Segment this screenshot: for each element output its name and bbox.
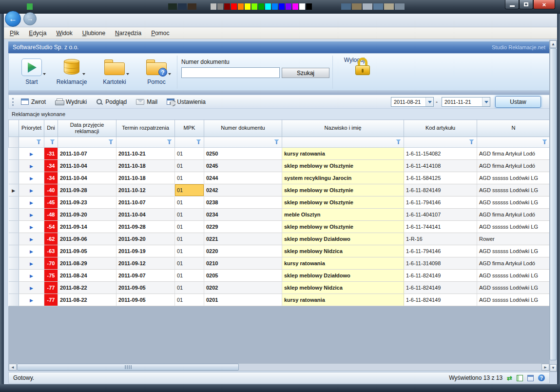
numer-dokumentu-cell[interactable]: 0205 bbox=[204, 270, 282, 282]
data-przyjecia-cell[interactable]: 2011-10-07 bbox=[58, 148, 116, 160]
col-dni[interactable]: Dni bbox=[44, 120, 58, 137]
priority-expand-icon[interactable] bbox=[30, 199, 33, 205]
horizontal-scrollbar[interactable]: ◄ ► bbox=[8, 363, 550, 371]
menu-plik[interactable]: Plik bbox=[5, 28, 24, 38]
dni-cell[interactable]: -75 bbox=[44, 270, 58, 282]
nazwisko-cell[interactable]: system recyklingu Jarocin bbox=[282, 172, 404, 184]
nazwa-cell[interactable]: AGD ssssss Lodówki LG bbox=[477, 245, 550, 257]
priority-expand-icon[interactable] bbox=[30, 175, 33, 181]
dni-cell[interactable]: -48 bbox=[44, 209, 58, 221]
dropdown-arrow-icon[interactable] bbox=[425, 98, 433, 106]
podglad-button[interactable]: Podgląd bbox=[96, 98, 127, 105]
table-row[interactable]: -77 2011-08-22 2011-09-05 01 0201 kursy … bbox=[9, 294, 550, 306]
mpk-cell[interactable]: 01 bbox=[175, 184, 204, 196]
nazwisko-cell[interactable]: sklep meblowy Nidzica bbox=[282, 282, 404, 294]
search-button[interactable]: Szukaj bbox=[282, 68, 329, 78]
termin-cell[interactable]: 2011-10-18 bbox=[116, 172, 175, 184]
filter-icon[interactable] bbox=[36, 139, 41, 144]
menu-pomoc[interactable]: Pomoc bbox=[146, 28, 174, 38]
mpk-cell[interactable]: 01 bbox=[175, 294, 204, 306]
data-przyjecia-cell[interactable]: 2011-10-04 bbox=[58, 160, 116, 172]
nazwa-cell[interactable]: Rower bbox=[477, 233, 550, 245]
priority-cell[interactable] bbox=[19, 172, 44, 184]
kod-artykulu-cell[interactable]: 1-6-11-314098 bbox=[404, 257, 477, 270]
logout-button[interactable]: Wyloguj bbox=[337, 57, 372, 89]
kod-artykulu-cell[interactable]: 1-6-11-794146 bbox=[404, 196, 477, 209]
scroll-down-icon[interactable]: ▼ bbox=[550, 364, 557, 372]
data-przyjecia-cell[interactable]: 2011-08-24 bbox=[58, 270, 116, 282]
close-button[interactable]: × bbox=[533, 0, 555, 9]
nazwisko-cell[interactable]: meble Olsztyn bbox=[282, 209, 404, 221]
table-row[interactable]: -63 2011-09-05 2011-09-19 01 0220 sklep … bbox=[9, 245, 550, 257]
numer-dokumentu-cell[interactable]: 0242 bbox=[204, 184, 282, 196]
table-row[interactable]: -40 2011-09-28 2011-10-12 01 0242 sklep … bbox=[9, 184, 550, 196]
back-button[interactable]: ← bbox=[5, 11, 21, 27]
nazwisko-cell[interactable]: sklep meblowy Działdowo bbox=[282, 270, 404, 282]
zwrot-button[interactable]: Zwrot bbox=[21, 98, 46, 105]
termin-cell[interactable]: 2011-10-04 bbox=[116, 209, 175, 221]
table-row[interactable]: -34 2011-10-04 2011-10-18 01 0244 system… bbox=[9, 172, 550, 184]
numer-dokumentu-cell[interactable]: 0220 bbox=[204, 245, 282, 257]
col-termin[interactable]: Termin rozpatrzenia bbox=[116, 120, 175, 137]
filter-icon[interactable] bbox=[50, 139, 55, 144]
refresh-sync-icon[interactable]: ⇄ bbox=[507, 375, 512, 381]
table-row[interactable]: -34 2011-10-04 2011-10-18 01 0245 sklep … bbox=[9, 160, 550, 172]
nazwisko-cell[interactable]: sklep meblowy w Olsztynie bbox=[282, 196, 404, 209]
termin-cell[interactable]: 2011-10-07 bbox=[116, 196, 175, 209]
numer-dokumentu-cell[interactable]: 0202 bbox=[204, 282, 282, 294]
numer-dokumentu-cell[interactable]: 0234 bbox=[204, 209, 282, 221]
maximize-button[interactable] bbox=[519, 0, 533, 9]
table-row[interactable]: -45 2011-09-23 2011-10-07 01 0238 sklep … bbox=[9, 196, 550, 209]
kod-artykulu-cell[interactable]: 1-6-11-824149 bbox=[404, 282, 477, 294]
pomoc-button[interactable]: ? Pomoc bbox=[137, 57, 175, 89]
nazwa-cell[interactable]: AGD firma Artykuł Lodó bbox=[477, 160, 550, 172]
data-przyjecia-cell[interactable]: 2011-09-14 bbox=[58, 221, 116, 233]
nazwisko-cell[interactable]: sklep meblowy w Olsztynie bbox=[282, 184, 404, 196]
kod-artykulu-cell[interactable]: 1-6-11-794146 bbox=[404, 245, 477, 257]
termin-cell[interactable]: 2011-10-21 bbox=[116, 148, 175, 160]
filter-icon[interactable] bbox=[108, 139, 114, 144]
mpk-cell[interactable]: 01 bbox=[175, 209, 204, 221]
filter-icon[interactable] bbox=[167, 139, 172, 144]
nazwa-cell[interactable]: AGD ssssss Lodówki LG bbox=[477, 282, 550, 294]
priority-expand-icon[interactable] bbox=[30, 212, 33, 217]
table-row[interactable]: -77 2011-08-22 2011-09-05 01 0202 sklep … bbox=[9, 282, 550, 294]
nazwa-cell[interactable]: AGD ssssss Lodówki LG bbox=[477, 184, 550, 196]
grid-export-icon[interactable] bbox=[527, 375, 534, 381]
filter-icon[interactable] bbox=[196, 139, 201, 144]
mpk-cell[interactable]: 01 bbox=[175, 148, 204, 160]
numer-dokumentu-cell[interactable]: 0250 bbox=[204, 148, 282, 160]
data-przyjecia-cell[interactable]: 2011-09-23 bbox=[58, 196, 116, 209]
ustawienia-button[interactable]: Ustawienia bbox=[167, 98, 206, 105]
nazwa-cell[interactable]: AGD firma Artykuł Lodó bbox=[477, 209, 550, 221]
kod-artykulu-cell[interactable]: 1-6-11-584125 bbox=[404, 172, 477, 184]
nazwisko-cell[interactable]: sklep meblowy Działdowo bbox=[282, 233, 404, 245]
kod-artykulu-cell[interactable]: 1-6-11-404107 bbox=[404, 209, 477, 221]
excel-export-icon[interactable] bbox=[517, 375, 523, 381]
col-kod-artykulu[interactable]: Kod artykułu bbox=[404, 120, 477, 137]
priority-expand-icon[interactable] bbox=[30, 248, 33, 254]
menu-narzedzia[interactable]: Narzędzia bbox=[110, 28, 146, 38]
kartoteki-button[interactable]: Kartoteki bbox=[96, 57, 134, 89]
dni-cell[interactable]: -62 bbox=[44, 233, 58, 245]
termin-cell[interactable]: 2011-09-07 bbox=[116, 270, 175, 282]
priority-cell[interactable] bbox=[19, 270, 44, 282]
data-przyjecia-cell[interactable]: 2011-08-22 bbox=[58, 294, 116, 306]
priority-expand-icon[interactable] bbox=[30, 187, 33, 193]
nazwa-cell[interactable]: AGD ssssss Lodówki LG bbox=[477, 294, 550, 306]
nazwisko-cell[interactable]: kursy ratowania bbox=[282, 148, 404, 160]
kod-artykulu-cell[interactable]: 1-6-11-414108 bbox=[404, 160, 477, 172]
data-przyjecia-cell[interactable]: 2011-09-05 bbox=[58, 245, 116, 257]
termin-cell[interactable]: 2011-09-12 bbox=[116, 257, 175, 270]
dni-cell[interactable]: -63 bbox=[44, 245, 58, 257]
table-row[interactable]: -62 2011-09-06 2011-09-20 01 0221 sklep … bbox=[9, 233, 550, 245]
priority-expand-icon[interactable] bbox=[30, 273, 33, 278]
termin-cell[interactable]: 2011-09-05 bbox=[116, 282, 175, 294]
vertical-scrollbar[interactable]: ▲ ▼ bbox=[549, 40, 557, 372]
kod-artykulu-cell[interactable]: 1-R-16 bbox=[404, 233, 477, 245]
date-from-select[interactable]: 2011-08-21 bbox=[391, 97, 434, 107]
set-button[interactable]: Ustaw bbox=[495, 96, 541, 108]
priority-cell[interactable] bbox=[19, 184, 44, 196]
priority-cell[interactable] bbox=[19, 209, 44, 221]
nazwa-cell[interactable]: AGD firma Artykuł Lodó bbox=[477, 257, 550, 270]
